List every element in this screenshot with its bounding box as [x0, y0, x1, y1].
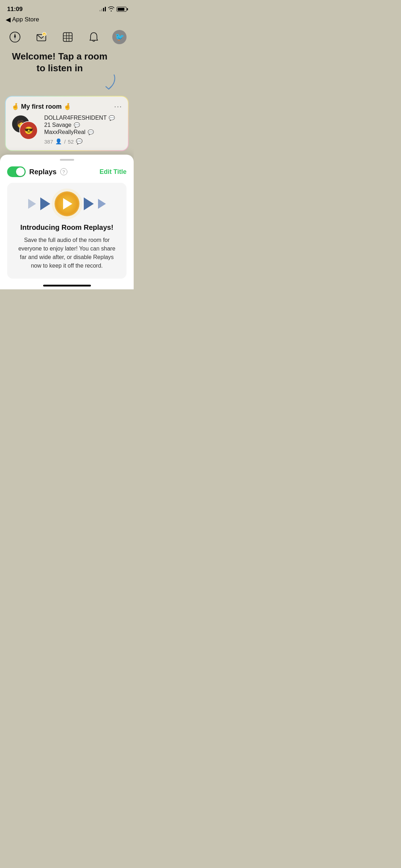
status-bar: 11:09 [0, 0, 134, 16]
speech-bubble-icon-3: 💬 [88, 129, 94, 135]
bottom-sheet: Replays ? Edit Title Introduci [0, 155, 134, 289]
intro-title: Introducing Room Replays! [14, 223, 119, 232]
play-triangle-md [84, 197, 94, 210]
chat-icon: 💬 [76, 138, 83, 145]
play-button-lg-dim[interactable] [98, 199, 106, 209]
svg-text:😎: 😎 [24, 126, 34, 135]
play-triangle-xs [28, 199, 36, 209]
help-button[interactable]: ? [60, 168, 67, 175]
replays-toggle[interactable] [7, 166, 26, 177]
chat-count: 52 [68, 139, 74, 145]
arrow-decoration [0, 77, 134, 94]
speaker-name-3: MaxxReallyReal 💬 [44, 129, 122, 135]
toggle-thumb [16, 167, 25, 176]
play-center-triangle [63, 198, 72, 210]
speaker-name-2: 21 Savage 💬 [44, 122, 122, 128]
room-stats: 387 👤 / 52 💬 [44, 138, 122, 145]
more-options-button[interactable]: ··· [114, 102, 122, 110]
play-icons-row [14, 191, 119, 216]
curved-arrow-icon [94, 73, 119, 94]
wifi-icon [108, 6, 114, 12]
listener-icon: 👤 [55, 138, 62, 145]
speaker-name-1: DOLLAR4FRESHIDENT 💬 [44, 115, 122, 121]
replays-label: Replays [29, 168, 57, 176]
replays-left: Replays ? [7, 166, 67, 177]
compass-button[interactable] [7, 29, 23, 45]
back-nav[interactable]: ◀ App Store [0, 16, 134, 26]
speech-bubble-icon-1: 💬 [109, 115, 115, 121]
play-button-md[interactable] [84, 197, 94, 210]
top-nav: ✦ 🐦 [0, 26, 134, 46]
signal-icon [99, 7, 106, 11]
replay-intro-card: Introducing Room Replays! Save the full … [7, 183, 127, 279]
play-triangle-lg [98, 199, 106, 209]
svg-rect-7 [63, 33, 72, 42]
sheet-handle [60, 159, 74, 161]
speaker-avatars: 🧑 😎 [11, 115, 40, 140]
listener-count: 387 [44, 139, 53, 145]
inbox-button[interactable]: ✦ [34, 29, 49, 45]
grid-button[interactable] [60, 29, 76, 45]
user-avatar[interactable]: 🐦 [112, 30, 127, 44]
svg-text:✦: ✦ [43, 33, 45, 36]
room-content: 🧑 😎 DOLLAR4FRESHIDENT 💬 21 Savage [11, 115, 122, 145]
home-indicator [43, 285, 91, 286]
replays-row: Replays ? Edit Title [7, 166, 127, 177]
room-speakers-list: DOLLAR4FRESHIDENT 💬 21 Savage 💬 MaxxReal… [44, 115, 122, 145]
room-title-row: 🤞 My first room 🤞 ··· [11, 102, 122, 110]
edit-title-button[interactable]: Edit Title [99, 168, 127, 176]
status-time: 11:09 [7, 6, 22, 13]
room-card[interactable]: 🤞 My first room 🤞 ··· 🧑 😎 [5, 96, 129, 151]
status-icons [99, 6, 127, 12]
back-label: App Store [12, 16, 39, 23]
back-arrow-icon: ◀ [6, 16, 11, 24]
room-title: 🤞 My first room 🤞 [11, 103, 71, 110]
svg-point-3 [14, 36, 16, 38]
play-button-xs-dim[interactable] [28, 199, 36, 209]
room-card-inner: 🤞 My first room 🤞 ··· 🧑 😎 [6, 97, 128, 150]
play-center-button[interactable] [55, 191, 79, 216]
play-triangle-sm [40, 197, 50, 210]
bell-button[interactable] [86, 29, 102, 45]
battery-icon [117, 7, 127, 12]
speech-bubble-icon-2: 💬 [74, 122, 80, 128]
play-button-sm[interactable] [40, 197, 50, 210]
speaker-avatar-2: 😎 [19, 121, 38, 140]
intro-description: Save the full audio of the room for ever… [14, 236, 119, 270]
welcome-text: Welcome! Tap a room to listen in [0, 46, 134, 77]
